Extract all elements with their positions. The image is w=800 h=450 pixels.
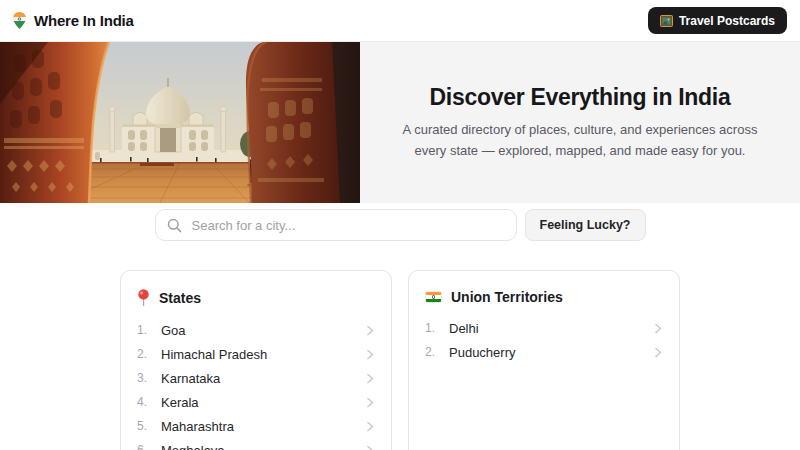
item-label: Delhi: [449, 321, 654, 336]
state-list-item[interactable]: 5. Maharashtra: [137, 414, 375, 438]
round-pushpin-icon: [137, 289, 150, 307]
item-number: 1.: [137, 323, 161, 337]
chevron-right-icon: [654, 322, 663, 335]
state-list-item[interactable]: 4. Kerala: [137, 390, 375, 414]
hero-text: Discover Everything in India A curated d…: [360, 42, 800, 203]
travel-postcards-label: Travel Postcards: [679, 14, 775, 28]
search-icon: [167, 218, 182, 233]
state-list-item[interactable]: 2. Himachal Pradesh: [137, 342, 375, 366]
feeling-lucky-button[interactable]: Feeling Lucky?: [525, 209, 646, 241]
states-card: States 1. Goa 2.: [120, 270, 392, 450]
item-label: Himachal Pradesh: [161, 347, 366, 362]
state-list-item[interactable]: 1. Goa: [137, 318, 375, 342]
state-list-item[interactable]: 6. Meghalaya: [137, 438, 375, 450]
chevron-right-icon: [366, 420, 375, 433]
india-flag-icon: [425, 291, 442, 303]
item-number: 2.: [137, 347, 161, 361]
item-label: Karnataka: [161, 371, 366, 386]
search-row: Feeling Lucky?: [0, 203, 800, 241]
directory-grid: States 1. Goa 2.: [120, 270, 680, 450]
item-number: 1.: [425, 321, 449, 335]
item-number: 6.: [137, 443, 161, 450]
logo[interactable]: Where In India: [13, 12, 134, 29]
state-list-item[interactable]: 3. Karnataka: [137, 366, 375, 390]
travel-postcards-button[interactable]: Travel Postcards: [648, 7, 787, 34]
item-number: 5.: [137, 419, 161, 433]
chevron-right-icon: [366, 444, 375, 450]
search-box[interactable]: [155, 209, 517, 241]
hero-subtitle: A curated directory of places, culture, …: [389, 120, 771, 162]
states-card-header: States: [137, 287, 375, 318]
chevron-right-icon: [366, 396, 375, 409]
item-label: Meghalaya: [161, 443, 366, 450]
union-territories-card-header: Union Territories: [425, 287, 663, 316]
union-territory-list-item[interactable]: 1. Delhi: [425, 316, 663, 340]
item-label: Maharashtra: [161, 419, 366, 434]
union-territory-list-item[interactable]: 2. Puducherry: [425, 340, 663, 364]
states-card-title: States: [159, 290, 201, 306]
union-territories-card-title: Union Territories: [451, 289, 563, 305]
item-label: Kerala: [161, 395, 366, 410]
framed-picture-icon: [660, 15, 673, 27]
taj-mahal-photo: [0, 42, 360, 203]
states-list: 1. Goa 2. Himachal Pradesh: [137, 318, 375, 450]
city-search-input[interactable]: [190, 217, 505, 234]
hero-heading: Discover Everything in India: [430, 84, 731, 111]
india-flag-pin-icon: [13, 12, 26, 29]
item-number: 4.: [137, 395, 161, 409]
hero-section: Discover Everything in India A curated d…: [0, 42, 800, 203]
header: Where In India Travel Postcards: [0, 0, 800, 42]
chevron-right-icon: [366, 324, 375, 337]
item-number: 3.: [137, 371, 161, 385]
page: Where In India Travel Postcards: [0, 0, 800, 450]
chevron-right-icon: [654, 346, 663, 359]
item-label: Puducherry: [449, 345, 654, 360]
app-title: Where In India: [34, 12, 134, 29]
union-territories-card: Union Territories 1. Delhi: [408, 270, 680, 450]
chevron-right-icon: [366, 372, 375, 385]
item-number: 2.: [425, 345, 449, 359]
chevron-right-icon: [366, 348, 375, 361]
union-territories-list: 1. Delhi 2. Puducherry: [425, 316, 663, 364]
item-label: Goa: [161, 323, 366, 338]
